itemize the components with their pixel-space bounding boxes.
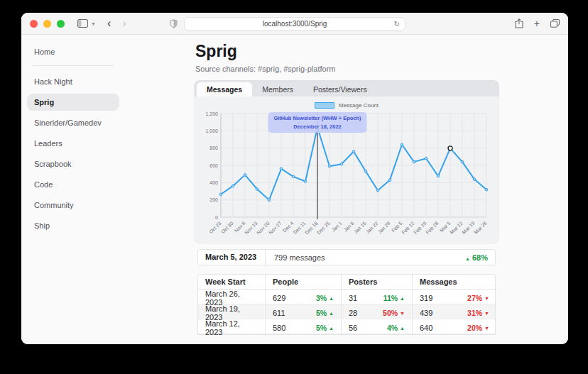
- people-cell: 5805%▲: [266, 319, 342, 336]
- table-row[interactable]: March 19, 2023 6115%▲ 2850%▼ 43931%▼: [198, 304, 495, 319]
- sidebar-item-scrapbook[interactable]: Scrapbook: [27, 155, 119, 172]
- browser-toolbar: ▼ ‹ › localhost:3000/Sprig ↻ +: [21, 13, 568, 35]
- svg-text:0: 0: [215, 215, 218, 220]
- col-messages: Messages: [413, 275, 496, 289]
- new-tab-icon[interactable]: +: [534, 18, 540, 29]
- svg-text:Jan 1: Jan 1: [331, 221, 343, 233]
- sidebar-item-leaders[interactable]: Leaders: [27, 135, 119, 152]
- legend-label: Message Count: [339, 102, 379, 109]
- page-title: Sprig: [195, 42, 499, 61]
- table-row[interactable]: March 26, 2023 6293%▲ 3111%▲ 31927%▼: [198, 290, 495, 304]
- summary-messages: 799 messages: [266, 253, 334, 262]
- svg-text:Feb 26: Feb 26: [425, 221, 439, 235]
- chevron-down-icon[interactable]: ▼: [91, 21, 96, 26]
- svg-text:Feb 12: Feb 12: [401, 221, 415, 235]
- annotation-date: December 18, 2022: [273, 123, 361, 131]
- svg-text:Oct 23: Oct 23: [208, 221, 222, 235]
- week-start-cell: March 12, 2023: [198, 319, 266, 336]
- browser-window: ▼ ‹ › localhost:3000/Sprig ↻ +: [21, 13, 568, 344]
- sidebar-item-hack-night[interactable]: Hack Night: [27, 73, 119, 90]
- svg-text:Jan 29: Jan 29: [377, 221, 391, 235]
- sidebar-toggle-icon[interactable]: [77, 19, 88, 28]
- svg-text:400: 400: [209, 180, 218, 185]
- trend-icon: ▲: [400, 326, 405, 331]
- chart-panel: Message Count 02004006008001,0001,200Oct…: [194, 97, 499, 244]
- posters-cell: 564%▲: [342, 319, 413, 336]
- svg-text:Mar 12: Mar 12: [449, 221, 463, 235]
- sidebar-item-ship[interactable]: Ship: [27, 217, 119, 234]
- sidebar-item-sprig[interactable]: Sprig: [27, 94, 119, 111]
- sidebar-divider: [33, 65, 114, 66]
- svg-text:Jan 15: Jan 15: [353, 221, 367, 235]
- reload-icon[interactable]: ↻: [394, 20, 400, 28]
- window-controls: [30, 20, 65, 28]
- privacy-shield-icon[interactable]: [170, 19, 178, 28]
- sidebar-item-code[interactable]: Code: [27, 176, 119, 193]
- col-posters: Posters: [342, 275, 413, 289]
- col-week-start: Week Start: [198, 275, 266, 289]
- col-people: People: [266, 275, 342, 289]
- sidebar-item-home[interactable]: Home: [27, 43, 119, 60]
- share-icon[interactable]: [515, 18, 523, 28]
- tab-members[interactable]: Members: [252, 82, 303, 97]
- svg-text:1,200: 1,200: [205, 111, 218, 116]
- trend-icon: ▼: [400, 311, 405, 316]
- triangle-up-icon: ▲: [465, 256, 470, 261]
- svg-text:Mar 19: Mar 19: [461, 221, 475, 235]
- messages-cell: 64020%▼: [413, 319, 496, 336]
- chart-annotation-tooltip: GitHub Newsletter (WHW + Epoch) December…: [268, 112, 366, 133]
- weekly-stats-table: Week Start People Posters Messages March…: [197, 274, 496, 335]
- trend-icon: ▼: [484, 326, 489, 331]
- source-channels-subtitle: Source channels: #sprig, #sprig-platform: [195, 65, 499, 73]
- minimize-window-button[interactable]: [43, 20, 51, 28]
- table-row[interactable]: March 12, 2023 5805%▲ 564%▲ 64020%▼: [198, 319, 495, 334]
- trend-icon: ▲: [329, 296, 334, 301]
- annotation-title: GitHub Newsletter (WHW + Epoch): [273, 114, 361, 123]
- address-bar[interactable]: localhost:3000/Sprig ↻: [184, 17, 405, 31]
- table-header-row: Week Start People Posters Messages: [198, 275, 495, 290]
- zoom-window-button[interactable]: [57, 20, 65, 28]
- summary-change: ▲ 68%: [465, 253, 495, 262]
- svg-text:Dec 25: Dec 25: [316, 221, 331, 236]
- trend-icon: ▲: [329, 311, 334, 316]
- tab-overview-icon[interactable]: [550, 19, 560, 28]
- trend-icon: ▼: [484, 296, 489, 301]
- legend-swatch: [315, 102, 334, 109]
- tab-messages[interactable]: Messages: [197, 82, 252, 97]
- svg-text:200: 200: [209, 197, 218, 202]
- close-window-button[interactable]: [30, 20, 38, 28]
- svg-text:1,000: 1,000: [205, 128, 218, 133]
- forward-button[interactable]: ›: [122, 18, 126, 29]
- summary-date: March 5, 2023: [198, 250, 266, 265]
- sidebar-item-sinerider-gamedev[interactable]: Sinerider/Gamedev: [27, 114, 119, 131]
- sidebar-item-community[interactable]: Community: [27, 197, 119, 214]
- sidebar-nav: Home Hack Night Sprig Sinerider/Gamedev …: [21, 35, 125, 344]
- url-text: localhost:3000/Sprig: [263, 20, 327, 28]
- svg-text:Oct 30: Oct 30: [220, 221, 234, 235]
- svg-text:Jan 22: Jan 22: [365, 221, 379, 235]
- svg-text:Feb 19: Feb 19: [413, 221, 427, 235]
- trend-icon: ▼: [484, 311, 489, 316]
- stats-panel: Messages Members Posters/Viewers Message…: [194, 80, 499, 244]
- svg-text:Nov 27: Nov 27: [268, 221, 283, 236]
- svg-text:800: 800: [209, 145, 218, 150]
- chart-legend[interactable]: Message Count: [200, 101, 494, 109]
- tab-posters-viewers[interactable]: Posters/Viewers: [303, 82, 377, 97]
- back-button[interactable]: ‹: [107, 18, 111, 29]
- tab-bar: Messages Members Posters/Viewers: [194, 80, 499, 97]
- trend-icon: ▲: [329, 326, 334, 331]
- trend-icon: ▲: [400, 296, 405, 301]
- svg-text:600: 600: [209, 163, 218, 168]
- svg-text:Mar 26: Mar 26: [473, 221, 487, 235]
- selected-week-summary: March 5, 2023 799 messages ▲ 68%: [197, 249, 496, 265]
